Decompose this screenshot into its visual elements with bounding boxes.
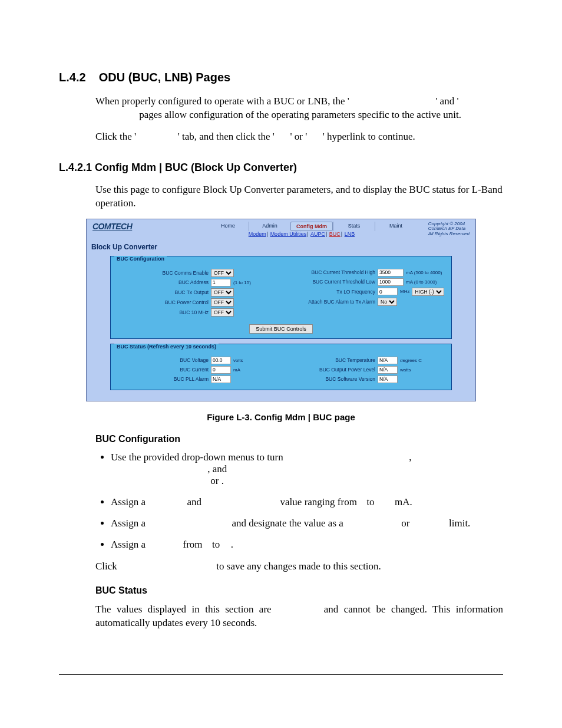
intro-block: When properly configured to operate with… bbox=[95, 95, 503, 144]
label-buc-10mhz: BUC 10 MHz bbox=[114, 309, 211, 315]
suffix-buc-temperature: degrees C bbox=[400, 358, 422, 363]
subsection-heading: L.4.2.1 Config Mdm | BUC (Block Up Conve… bbox=[59, 162, 503, 174]
logo-text: COMTECH bbox=[92, 222, 132, 231]
buc-configuration-fieldset: BUC Configuration BUC Comms Enable OFF B… bbox=[110, 256, 452, 339]
config-left-column: BUC Comms Enable OFF BUC Address (1 to 1… bbox=[114, 267, 281, 318]
buc-status-fieldset: BUC Status (Refresh every 10 seconds) BU… bbox=[110, 344, 452, 390]
sublink-buc[interactable]: BUC bbox=[329, 231, 340, 237]
value-buc-output-power bbox=[378, 366, 398, 374]
document-page: L.4.2 ODU (BUC, LNB) Pages When properly… bbox=[0, 0, 562, 728]
label-buc-voltage: BUC Voltage bbox=[114, 357, 211, 363]
select-tx-lo-highlow[interactable]: HIGH (-) bbox=[412, 288, 444, 296]
select-attach-buc-alarm[interactable]: No bbox=[378, 298, 397, 306]
tab-admin[interactable]: Admin bbox=[249, 222, 290, 231]
intro-para-1: When properly configured to operate with… bbox=[95, 95, 503, 122]
select-buc-comms-enable[interactable]: OFF bbox=[211, 269, 234, 277]
sub-nav: Modem| Modem Utilities| AUPC| BUC| LNB bbox=[128, 231, 475, 237]
config-bullets: Use the provided drop-down menus to turn… bbox=[95, 452, 503, 551]
label-buc-temperature: BUC Temperature bbox=[281, 357, 378, 363]
label-buc-current: BUC Current bbox=[114, 367, 211, 373]
label-buc-output-power: BUC Output Power Level bbox=[281, 367, 378, 373]
bullet-3: Assign a and designate the value as a or… bbox=[111, 518, 503, 529]
input-tx-lo-frequency[interactable] bbox=[378, 288, 398, 295]
footer-rule bbox=[59, 674, 503, 675]
bullet-4: Assign a from to . bbox=[111, 539, 503, 551]
intro-para-2: Click the ' ' tab, and then click the ' … bbox=[95, 130, 503, 144]
label-buc-pll-alarm: BUC PLL Alarm bbox=[114, 376, 211, 382]
buc-status-para: The values displayed in this section are… bbox=[95, 603, 503, 630]
config-right-column: BUC Current Threshold High mA (500 to 40… bbox=[281, 267, 448, 318]
label-buc-address: BUC Address bbox=[114, 279, 211, 285]
figure-caption: Figure L-3. Config Mdm | BUC page bbox=[59, 412, 503, 422]
value-buc-temperature bbox=[378, 357, 398, 364]
suffix-current-threshold-high: mA (500 to 4000) bbox=[406, 270, 442, 275]
embedded-screenshot: Copyright © 2004 Comtech EF Data All Rig… bbox=[86, 219, 476, 401]
value-buc-software-version bbox=[378, 375, 398, 383]
suffix-buc-address: (1 to 15) bbox=[233, 280, 251, 285]
suffix-tx-lo-frequency: MHz bbox=[400, 289, 409, 294]
select-buc-tx-output[interactable]: OFF bbox=[211, 288, 234, 297]
label-current-threshold-low: BUC Current Threshold Low bbox=[281, 279, 378, 285]
status-right-column: BUC Temperature degrees C BUC Output Pow… bbox=[281, 355, 448, 385]
click-save-line: Click to save any changes made to this s… bbox=[95, 560, 503, 574]
buc-status-heading: BUC Status bbox=[95, 585, 503, 596]
tab-stats[interactable]: Stats bbox=[333, 222, 375, 231]
status-left-column: BUC Voltage volts BUC Current mA bbox=[114, 355, 281, 385]
label-buc-software-version: BUC Software Version bbox=[281, 376, 378, 382]
label-attach-buc-alarm: Attach BUC Alarm to Tx Alarm bbox=[281, 299, 378, 305]
suffix-current-threshold-low: mA (0 to 3000) bbox=[406, 279, 437, 285]
sublink-aupc[interactable]: AUPC bbox=[310, 231, 325, 237]
value-buc-current bbox=[211, 366, 231, 374]
input-current-threshold-low[interactable] bbox=[378, 278, 404, 286]
sublink-modem-utilities[interactable]: Modem Utilities bbox=[270, 231, 307, 237]
label-buc-tx-output: BUC Tx Output bbox=[114, 289, 211, 295]
panel-title: Block Up Converter bbox=[87, 241, 475, 256]
subsection-intro-text: Use this page to configure Block Up Conv… bbox=[95, 183, 503, 210]
tab-config-mdm[interactable]: Config Mdm bbox=[290, 222, 333, 231]
buc-configuration-legend: BUC Configuration bbox=[114, 256, 167, 262]
section-number: L.4.2 bbox=[59, 71, 86, 84]
section-heading: L.4.2 ODU (BUC, LNB) Pages bbox=[59, 71, 503, 84]
label-tx-lo-frequency: Tx LO Frequency bbox=[281, 289, 378, 295]
subsection-number: L.4.2.1 bbox=[59, 162, 92, 173]
sublink-modem[interactable]: Modem bbox=[249, 231, 266, 237]
select-buc-power-control[interactable]: OFF bbox=[211, 298, 234, 307]
label-buc-comms-enable: BUC Comms Enable bbox=[114, 270, 211, 276]
suffix-buc-output-power: watts bbox=[400, 367, 411, 373]
suffix-buc-voltage: volts bbox=[233, 358, 243, 363]
value-buc-voltage bbox=[211, 357, 231, 364]
input-buc-address[interactable] bbox=[211, 279, 231, 286]
tab-home[interactable]: Home bbox=[207, 222, 249, 231]
input-current-threshold-high[interactable] bbox=[378, 269, 404, 276]
screenshot-header: COMTECH Home Admin Config Mdm Stats Main… bbox=[87, 219, 475, 232]
label-buc-power-control: BUC Power Control bbox=[114, 299, 211, 305]
buc-configuration-heading: BUC Configuration bbox=[95, 434, 503, 444]
suffix-buc-current: mA bbox=[233, 367, 240, 373]
bullet-2: Assign a and value ranging from to mA. bbox=[111, 496, 503, 508]
sublink-lnb[interactable]: LNB bbox=[345, 231, 355, 237]
select-buc-10mhz[interactable]: OFF bbox=[211, 308, 234, 317]
subsection-intro: Use this page to configure Block Up Conv… bbox=[95, 183, 503, 210]
buc-status-legend: BUC Status (Refresh every 10 seconds) bbox=[114, 344, 219, 350]
subsection-title: Config Mdm | BUC (Block Up Converter) bbox=[95, 162, 297, 173]
label-current-threshold-high: BUC Current Threshold High bbox=[281, 269, 378, 275]
copyright-block: Copyright © 2004 Comtech EF Data All Rig… bbox=[428, 222, 470, 237]
value-buc-pll-alarm bbox=[211, 375, 231, 383]
submit-buc-controls-button[interactable]: Submit BUC Controls bbox=[249, 324, 313, 334]
section-title: ODU (BUC, LNB) Pages bbox=[99, 71, 230, 84]
bullet-1: Use the provided drop-down menus to turn… bbox=[111, 452, 503, 487]
tab-maint[interactable]: Maint bbox=[375, 222, 416, 231]
